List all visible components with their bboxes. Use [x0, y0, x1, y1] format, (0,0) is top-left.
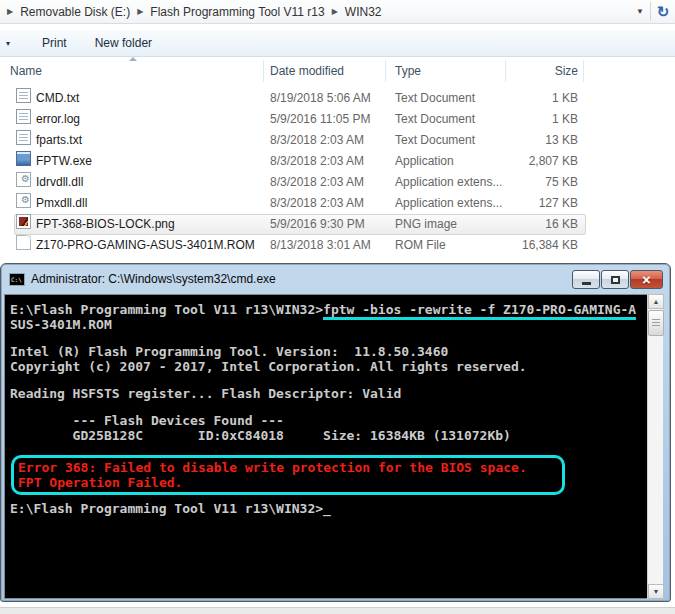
cmd-window: C:\ Administrator: C:\Windows\system32\c…	[0, 263, 671, 602]
rom-file-icon	[16, 235, 31, 250]
error-line: FPT Operation Failed.	[18, 475, 558, 490]
file-size: 16,384 KB	[498, 235, 578, 256]
column-divider[interactable]	[385, 60, 386, 82]
file-date: 8/3/2018 2:03 AM	[270, 172, 364, 193]
cmd-icon: C:\	[9, 273, 25, 286]
address-bar: ▶ Removable Disk (E:) ▶ Flash Programmin…	[0, 0, 675, 24]
file-date: 5/9/2016 11:05 PM	[270, 109, 371, 130]
minimize-icon	[582, 282, 591, 285]
highlighted-command: fptw -bios -rewrite -f Z170-PRO-GAMING-A	[323, 302, 636, 320]
file-size: 1 KB	[498, 109, 578, 130]
file-row-selected[interactable]: FPT-368-BIOS-LOCK.png 5/9/2016 9:30 PM P…	[0, 214, 675, 235]
dll-file-icon	[16, 193, 31, 208]
text-cursor: _	[323, 501, 331, 516]
file-type: Text Document	[395, 88, 475, 109]
error-annotation-box: Error 368: Failed to disable write prote…	[11, 455, 565, 495]
file-row[interactable]: Pmxdll.dll 8/3/2018 2:03 AM Application …	[0, 193, 675, 214]
file-date: 8/3/2018 2:03 AM	[270, 130, 364, 151]
console-area[interactable]: E:\Flash Programming Tool V11 r13\WIN32>…	[4, 294, 649, 599]
file-row[interactable]: fparts.txt 8/3/2018 2:03 AM Text Documen…	[0, 130, 675, 151]
close-icon: ×	[642, 271, 651, 288]
file-name: CMD.txt	[36, 88, 79, 109]
file-size: 75 KB	[498, 172, 578, 193]
file-date: 8/3/2018 2:03 AM	[270, 193, 364, 214]
console-scrollbar[interactable]: ▲ ▼	[647, 294, 663, 599]
file-list: CMD.txt 8/19/2018 5:06 AM Text Document …	[0, 88, 675, 256]
toolbar-overflow-chevron-icon[interactable]: ▾	[6, 39, 24, 48]
text-file-icon	[16, 88, 31, 103]
file-type: PNG image	[395, 214, 457, 235]
breadcrumb-item-subfolder[interactable]: WIN32	[345, 5, 382, 19]
file-type: Text Document	[395, 130, 475, 151]
column-divider[interactable]	[263, 60, 264, 82]
scroll-up-icon[interactable]: ▲	[648, 294, 664, 309]
console-line: Intel (R) Flash Programming Tool. Versio…	[10, 344, 648, 359]
file-size: 13 KB	[498, 130, 578, 151]
sort-ascending-icon	[129, 57, 137, 61]
console-line: E:\Flash Programming Tool V11 r13\WIN32>…	[10, 302, 648, 317]
minimize-button[interactable]	[572, 270, 600, 289]
print-button[interactable]: Print	[32, 32, 77, 54]
desktop-strip	[0, 607, 675, 614]
console-line: --- Flash Devices Found ---	[10, 413, 648, 428]
file-date: 5/9/2016 9:30 PM	[270, 214, 365, 235]
file-name: error.log	[36, 109, 80, 130]
refresh-icon[interactable]: ↻	[653, 2, 673, 22]
file-size: 16 KB	[498, 214, 578, 235]
command-toolbar: ▾ Print New folder	[0, 29, 675, 57]
file-type: Text Document	[395, 109, 475, 130]
file-name: fparts.txt	[36, 130, 82, 151]
maximize-icon	[611, 276, 620, 284]
console-line: Copyright (c) 2007 - 2017, Intel Corpora…	[10, 359, 648, 374]
file-size: 1 KB	[498, 88, 578, 109]
console-prompt: E:\Flash Programming Tool V11 r13\WIN32>…	[10, 501, 648, 516]
console-line: Reading HSFSTS register... Flash Descrip…	[10, 386, 648, 401]
file-row[interactable]: FPTW.exe 8/3/2018 2:03 AM Application 2,…	[0, 151, 675, 172]
file-size: 2,807 KB	[498, 151, 578, 172]
maximize-button[interactable]	[601, 270, 629, 289]
dll-file-icon	[16, 172, 31, 187]
cmd-window-title: Administrator: C:\Windows\system32\cmd.e…	[31, 272, 276, 286]
file-row[interactable]: Idrvdll.dll 8/3/2018 2:03 AM Application…	[0, 172, 675, 193]
file-row[interactable]: error.log 5/9/2016 11:05 PM Text Documen…	[0, 109, 675, 130]
column-header-type[interactable]: Type	[395, 58, 421, 84]
screen: ▶ Removable Disk (E:) ▶ Flash Programmin…	[0, 0, 675, 614]
column-header-name[interactable]: Name	[10, 58, 42, 84]
file-row[interactable]: CMD.txt 8/19/2018 5:06 AM Text Document …	[0, 88, 675, 109]
breadcrumb-arrow-icon: ▶	[332, 7, 338, 16]
file-name: Idrvdll.dll	[36, 172, 83, 193]
file-name: Pmxdll.dll	[36, 193, 87, 214]
scrollbar-thumb[interactable]	[648, 310, 664, 336]
file-type: ROM File	[395, 235, 446, 256]
column-divider[interactable]	[583, 60, 584, 82]
column-divider[interactable]	[505, 60, 506, 82]
new-folder-button[interactable]: New folder	[85, 32, 162, 54]
breadcrumb-item-folder[interactable]: Flash Programming Tool V11 r13	[150, 5, 324, 19]
text-file-icon	[16, 130, 31, 145]
image-file-icon	[16, 214, 31, 229]
scroll-down-icon[interactable]: ▼	[648, 584, 664, 599]
file-row[interactable]: Z170-PRO-GAMING-ASUS-3401M.ROM 8/13/2018…	[0, 235, 675, 256]
column-header-date-modified[interactable]: Date modified	[270, 58, 344, 84]
file-name: FPT-368-BIOS-LOCK.png	[36, 214, 175, 235]
breadcrumb-arrow-icon: ▶	[7, 7, 13, 16]
breadcrumb-item-drive[interactable]: Removable Disk (E:)	[20, 5, 130, 19]
column-header-row: Name Date modified Type Size	[0, 58, 675, 84]
breadcrumb-arrow-icon: ▶	[137, 7, 143, 16]
error-line: Error 368: Failed to disable write prote…	[18, 460, 558, 475]
console-line: GD25B128C ID:0xC84018 Size: 16384KB (131…	[10, 428, 648, 443]
address-separator	[650, 2, 651, 21]
address-dropdown-icon[interactable]: ▼	[632, 7, 648, 16]
file-type: Application extens...	[395, 172, 502, 193]
close-button[interactable]: ×	[630, 270, 663, 289]
file-type: Application extens...	[395, 193, 502, 214]
file-size: 127 KB	[498, 193, 578, 214]
file-date: 8/13/2018 3:01 AM	[270, 235, 371, 256]
file-name: Z170-PRO-GAMING-ASUS-3401M.ROM	[36, 235, 255, 256]
file-date: 8/19/2018 5:06 AM	[270, 88, 371, 109]
cmd-titlebar[interactable]: C:\ Administrator: C:\Windows\system32\c…	[1, 264, 670, 294]
application-file-icon	[16, 151, 31, 166]
column-header-size[interactable]: Size	[505, 58, 578, 84]
file-type: Application	[395, 151, 454, 172]
text-file-icon	[16, 109, 31, 124]
